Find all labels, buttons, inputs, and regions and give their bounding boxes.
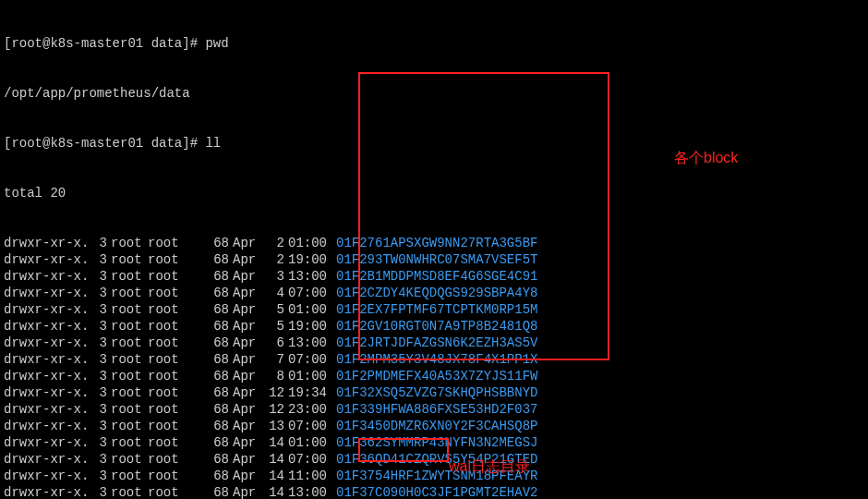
list-col-links: 3 <box>92 468 107 484</box>
list-col-links: 3 <box>92 384 107 401</box>
list-col-perms: drwxr-xr-x. <box>4 268 92 285</box>
list-col-perms: drwxr-xr-x. <box>4 434 92 451</box>
list-col-owner: root <box>111 251 148 268</box>
list-col-owner: root <box>111 418 148 434</box>
list-col-time: 07:00 <box>288 451 332 468</box>
list-col-perms: drwxr-xr-x. <box>4 335 92 351</box>
list-col-size: 68 <box>185 335 229 351</box>
file-name: 01F339HFWA886FXSE53HD2F037 <box>336 401 537 418</box>
list-col-links: 3 <box>92 368 107 384</box>
list-col-group: root <box>148 351 185 368</box>
list-col-day: 14 <box>262 468 284 484</box>
list-col-day: 6 <box>262 335 284 351</box>
file-name: 01F2PMDMEFX40A53X7ZYJS11FW <box>336 368 537 384</box>
list-col-time: 01:00 <box>288 434 332 451</box>
list-col-owner: root <box>111 335 148 351</box>
list-col-time: 13:00 <box>288 268 332 285</box>
list-col-size: 68 <box>185 301 229 318</box>
list-col-size: 68 <box>185 285 229 301</box>
list-item: drwxr-xr-x.3rootroot68Apr407:0001F2CZDY4… <box>4 285 864 301</box>
list-col-links: 3 <box>92 418 107 434</box>
list-item: drwxr-xr-x.3rootroot68Apr1401:0001F362SY… <box>4 434 864 451</box>
list-col-month: Apr <box>233 451 262 468</box>
list-col-time: 01:00 <box>288 301 332 318</box>
list-col-group: root <box>148 268 185 285</box>
list-col-month: Apr <box>233 318 262 335</box>
list-col-day: 13 <box>262 418 284 434</box>
list-item: drwxr-xr-x.3rootroot68Apr201:0001F2761AP… <box>4 235 864 251</box>
list-col-group: root <box>148 451 185 468</box>
list-col-links: 3 <box>92 451 107 468</box>
command-pwd: pwd <box>205 35 228 52</box>
list-col-group: root <box>148 318 185 335</box>
list-col-owner: root <box>111 468 148 484</box>
list-col-month: Apr <box>233 351 262 368</box>
file-name: 01F32XSQ5ZVZG7SKHQPHSBBNYD <box>336 384 537 401</box>
list-col-size: 68 <box>185 235 229 251</box>
list-col-group: root <box>148 434 185 451</box>
list-col-owner: root <box>111 384 148 401</box>
list-col-perms: drwxr-xr-x. <box>4 384 92 401</box>
list-item: drwxr-xr-x.3rootroot68Apr707:0001F2MPM35… <box>4 351 864 368</box>
list-col-month: Apr <box>233 301 262 318</box>
list-col-time: 07:00 <box>288 418 332 434</box>
list-item: drwxr-xr-x.3rootroot68Apr1307:0001F3450D… <box>4 418 864 434</box>
list-col-size: 68 <box>185 268 229 285</box>
list-col-month: Apr <box>233 235 262 251</box>
list-col-links: 3 <box>92 335 107 351</box>
list-item: drwxr-xr-x.3rootroot68Apr219:0001F293TW0… <box>4 251 864 268</box>
list-col-links: 3 <box>92 434 107 451</box>
list-col-links: 3 <box>92 301 107 318</box>
list-col-owner: root <box>111 235 148 251</box>
file-name: 01F37C090H0C3JF1PGMT2EHAV2 <box>336 484 537 499</box>
list-col-perms: drwxr-xr-x. <box>4 451 92 468</box>
list-col-day: 14 <box>262 434 284 451</box>
list-col-month: Apr <box>233 368 262 384</box>
list-col-month: Apr <box>233 484 262 499</box>
list-col-time: 07:00 <box>288 285 332 301</box>
list-col-time: 19:00 <box>288 318 332 335</box>
list-col-links: 3 <box>92 235 107 251</box>
list-col-time: 19:00 <box>288 251 332 268</box>
list-col-day: 2 <box>262 251 284 268</box>
list-col-month: Apr <box>233 335 262 351</box>
list-col-day: 12 <box>262 401 284 418</box>
list-col-perms: drwxr-xr-x. <box>4 235 92 251</box>
list-col-group: root <box>148 401 185 418</box>
shell-prompt: [root@k8s-master01 data]# <box>4 135 205 152</box>
list-col-day: 5 <box>262 301 284 318</box>
list-col-owner: root <box>111 434 148 451</box>
list-col-size: 68 <box>185 468 229 484</box>
command-ll: ll <box>205 135 221 152</box>
file-name: 01F362SYMMRP43NYFN3N2MEGSJ <box>336 434 537 451</box>
list-col-day: 3 <box>262 268 284 285</box>
terminal-output: [root@k8s-master01 data]# pwd /opt/app/p… <box>0 0 868 499</box>
list-item: drwxr-xr-x.3rootroot68Apr613:0001F2JRTJD… <box>4 335 864 351</box>
list-col-time: 01:00 <box>288 368 332 384</box>
file-name: 01F2MPM35Y3V48JX78F4X1PP1X <box>336 351 537 368</box>
list-col-perms: drwxr-xr-x. <box>4 418 92 434</box>
list-col-perms: drwxr-xr-x. <box>4 484 92 499</box>
file-name: 01F3450DMZR6XN0Y2F3CAHSQ8P <box>336 418 537 434</box>
list-col-owner: root <box>111 401 148 418</box>
list-col-day: 2 <box>262 235 284 251</box>
list-item: drwxr-xr-x.3rootroot68Apr1413:0001F37C09… <box>4 484 864 499</box>
list-item: drwxr-xr-x.3rootroot68Apr501:0001F2EX7FP… <box>4 301 864 318</box>
list-col-day: 12 <box>262 384 284 401</box>
list-item: drwxr-xr-x.3rootroot68Apr1223:0001F339HF… <box>4 401 864 418</box>
list-col-group: root <box>148 335 185 351</box>
list-item: drwxr-xr-x.3rootroot68Apr1411:0001F3754H… <box>4 468 864 484</box>
pwd-output: /opt/app/prometheus/data <box>4 85 864 102</box>
file-name: 01F2CZDY4KEQDQGS929SBPA4Y8 <box>336 285 537 301</box>
file-name: 01F293TW0NWHRC07SMA7VSEF5T <box>336 251 537 268</box>
list-col-day: 4 <box>262 285 284 301</box>
list-col-links: 3 <box>92 484 107 499</box>
list-col-month: Apr <box>233 268 262 285</box>
list-col-owner: root <box>111 285 148 301</box>
list-col-owner: root <box>111 268 148 285</box>
list-col-time: 07:00 <box>288 351 332 368</box>
list-col-time: 01:00 <box>288 235 332 251</box>
list-col-time: 11:00 <box>288 468 332 484</box>
list-col-day: 8 <box>262 368 284 384</box>
list-col-group: root <box>148 384 185 401</box>
